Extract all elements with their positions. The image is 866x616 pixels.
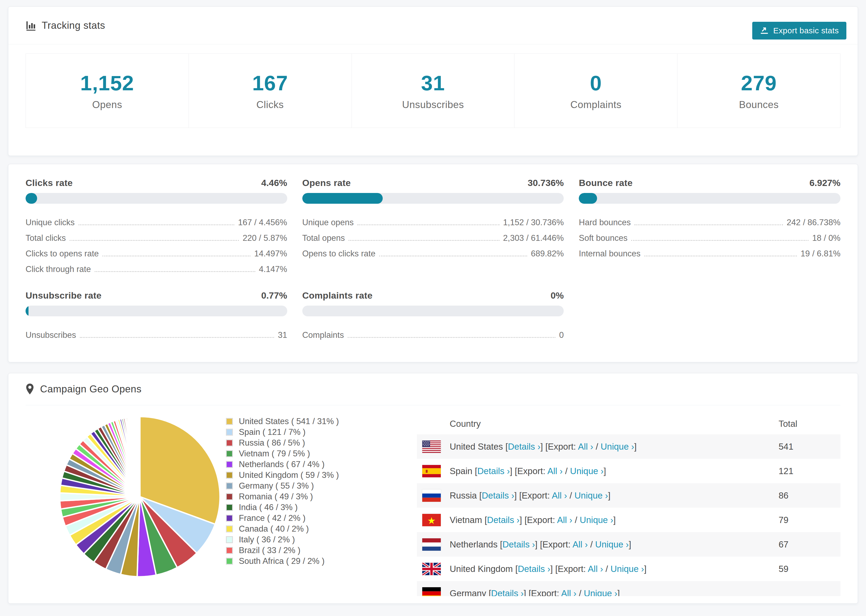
rate-block-opens-rate: Opens rate30.736%Unique opens1,152 / 30.…	[302, 178, 564, 276]
details-link[interactable]: Details ›	[487, 515, 520, 525]
rate-title: Clicks rate	[25, 178, 72, 188]
legend-swatch	[226, 525, 233, 533]
country-total: 86	[779, 490, 841, 501]
legend-swatch	[226, 429, 233, 436]
export-all-link[interactable]: All ›	[552, 490, 567, 500]
legend-label: France ( 42 / 2% )	[239, 513, 305, 523]
table-row-de: Germany [Details ›] [Export: All › / Uni…	[417, 581, 841, 596]
rate-stat-label: Unsubscribes	[25, 330, 76, 342]
rate-stat-label: Opens to clicks rate	[302, 249, 375, 260]
export-all-link[interactable]: All ›	[578, 442, 593, 451]
rate-stat-row: Complaints0	[302, 326, 564, 342]
legend-label: Netherlands ( 67 / 4% )	[239, 460, 324, 469]
progress-bar	[302, 193, 564, 204]
legend-swatch	[226, 439, 233, 446]
map-marker-icon	[25, 383, 34, 395]
rate-value: 6.927%	[809, 178, 841, 188]
details-link[interactable]: Details ›	[477, 466, 510, 476]
rate-stat-row: Click through rate4.147%	[25, 260, 287, 276]
export-unique-link[interactable]: Unique ›	[575, 490, 608, 500]
rate-block-bounce-rate: Bounce rate6.927%Hard bounces242 / 86.73…	[579, 178, 841, 276]
legend-item: Canada ( 40 / 2% )	[226, 523, 376, 534]
rate-value: 30.736%	[527, 178, 564, 188]
table-header-row: Country Total	[417, 413, 841, 434]
stat-label: Unsubscribes	[402, 99, 464, 110]
dotted-leader	[70, 240, 239, 241]
legend-label: Spain ( 121 / 7% )	[239, 427, 305, 437]
export-unique-link[interactable]: Unique ›	[584, 588, 617, 596]
export-unique-link[interactable]: Unique ›	[611, 564, 644, 574]
stat-value: 279	[741, 71, 777, 96]
legend-label: Italy ( 36 / 2% )	[239, 535, 295, 545]
details-link[interactable]: Details ›	[482, 490, 514, 500]
table-row-es: Spain [Details ›] [Export: All › / Uniqu…	[417, 459, 841, 483]
ru-flag-icon	[422, 489, 441, 502]
details-link[interactable]: Details ›	[502, 539, 535, 549]
rate-stat-label: Soft bounces	[579, 233, 627, 245]
rate-stat-value: 18 / 0%	[812, 233, 841, 245]
stat-label: Opens	[92, 99, 122, 110]
export-unique-link[interactable]: Unique ›	[580, 515, 614, 525]
table-row-gb: United Kingdom [Details ›] [Export: All …	[417, 556, 841, 581]
legend-label: Romania ( 49 / 3% )	[239, 492, 313, 501]
details-link[interactable]: Details ›	[491, 588, 524, 596]
dotted-leader	[94, 271, 255, 272]
rate-stat-row: Internal bounces19 / 6.81%	[579, 245, 841, 260]
stat-box-opens: 1,152Opens	[26, 54, 189, 128]
legend-item: South Africa ( 29 / 2% )	[226, 556, 376, 567]
export-unique-link[interactable]: Unique ›	[595, 539, 629, 549]
stat-box-clicks: 167Clicks	[189, 54, 352, 128]
export-all-link[interactable]: All ›	[588, 564, 603, 574]
export-unique-link[interactable]: Unique ›	[601, 442, 634, 451]
rates-card: Clicks rate4.46%Unique clicks167 / 4.456…	[8, 164, 858, 362]
country-name: Germany	[450, 588, 489, 596]
legend-swatch	[226, 493, 233, 500]
rate-block-unsubscribe-rate: Unsubscribe rate0.77%Unsubscribes31	[25, 290, 287, 342]
legend-item: Brazil ( 33 / 2% )	[226, 545, 376, 556]
country-total: 67	[779, 539, 841, 550]
legend-swatch	[226, 504, 233, 511]
campaign-geo-opens-card: Campaign Geo Opens United States ( 541 /…	[8, 373, 858, 603]
rate-stat-row: Soft bounces18 / 0%	[579, 229, 841, 245]
legend-swatch	[226, 547, 233, 554]
rate-stat-label: Complaints	[302, 330, 344, 342]
legend-swatch	[226, 472, 233, 479]
rate-title: Bounce rate	[579, 178, 633, 188]
dotted-leader	[348, 337, 555, 338]
rate-stat-label: Clicks to opens rate	[25, 249, 99, 260]
rate-stat-row: Total opens2,303 / 61.446%	[302, 229, 564, 245]
rate-stat-row: Clicks to opens rate14.497%	[25, 245, 287, 260]
legend-item: Spain ( 121 / 7% )	[226, 427, 376, 438]
export-all-link[interactable]: All ›	[557, 515, 572, 525]
rate-stat-value: 31	[278, 330, 287, 342]
rate-stat-label: Unique clicks	[25, 218, 75, 229]
details-link[interactable]: Details ›	[508, 442, 540, 451]
legend-label: Vietnam ( 79 / 5% )	[239, 449, 310, 459]
total-column-header: Total	[779, 419, 841, 429]
export-all-link[interactable]: All ›	[547, 466, 563, 476]
rate-stat-row: Hard bounces242 / 86.738%	[579, 214, 841, 229]
rate-stat-label: Total clicks	[25, 233, 66, 245]
page-title: Tracking stats	[42, 20, 105, 31]
details-link[interactable]: Details ›	[518, 564, 550, 574]
export-all-link[interactable]: All ›	[561, 588, 576, 596]
export-unique-link[interactable]: Unique ›	[570, 466, 604, 476]
rate-stat-value: 689.82%	[531, 249, 564, 260]
legend-item: India ( 46 / 3% )	[226, 502, 376, 513]
export-all-link[interactable]: All ›	[573, 539, 588, 549]
export-basic-stats-button[interactable]: Export basic stats	[752, 22, 846, 39]
legend-item: Netherlands ( 67 / 4% )	[226, 459, 376, 470]
legend-swatch	[226, 558, 233, 565]
campaign-geo-opens-header: Campaign Geo Opens	[25, 373, 841, 405]
legend-swatch	[226, 482, 233, 489]
progress-bar	[25, 193, 287, 204]
rate-stat-value: 242 / 86.738%	[787, 218, 841, 229]
legend-item: United States ( 541 / 31% )	[226, 416, 376, 427]
pie-slice	[140, 416, 140, 497]
legend-item: Vietnam ( 79 / 5% )	[226, 448, 376, 459]
legend-swatch	[226, 461, 233, 468]
legend-swatch	[226, 418, 233, 425]
country-total: 79	[779, 515, 841, 525]
progress-bar	[25, 306, 287, 316]
rate-stat-value: 0	[559, 330, 564, 342]
